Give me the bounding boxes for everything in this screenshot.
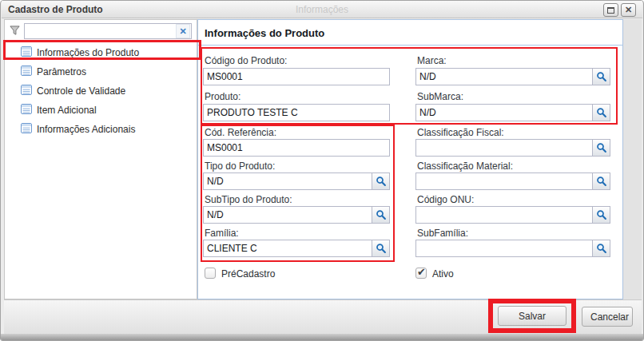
field-codigo-onu	[415, 206, 610, 224]
save-button[interactable]: Salvar	[498, 306, 566, 326]
close-icon: ✕	[625, 6, 632, 14]
lookup-search-icon[interactable]	[372, 207, 389, 223]
form-panel: Informações do Produto Código do Produto…	[197, 19, 623, 299]
sidebar-item-item-adicional[interactable]: Item Adicional	[5, 101, 197, 120]
sidebar-search-row: ✕	[5, 20, 197, 42]
sidebar-item-label: Informações Adicionais	[37, 124, 135, 135]
checkbox-label-precadastro: PréCadastro	[221, 268, 275, 280]
sidebar-item-informacoes-do-produto[interactable]: Informações do Produto	[5, 43, 197, 62]
field-input-marca[interactable]	[416, 69, 592, 85]
sidebar: ✕ Informações do ProdutoParâmetrosContro…	[4, 19, 197, 299]
field-input-familia[interactable]	[204, 240, 372, 256]
field-label-codigo-onu: Código ONU:	[417, 194, 474, 205]
field-input-codigo-onu[interactable]	[416, 207, 592, 223]
field-label-cod-referencia: Cód. Referência:	[205, 127, 276, 138]
field-input-tipo-do-produto[interactable]	[204, 173, 372, 189]
list-icon	[21, 123, 32, 136]
list-icon	[21, 65, 32, 78]
field-label-classificacao-material: Classificação Material:	[417, 161, 513, 172]
checkbox-precadastro[interactable]	[205, 268, 216, 279]
field-marca	[415, 68, 610, 85]
field-classificacao-material	[415, 172, 610, 190]
search-clear-icon[interactable]: ✕	[176, 24, 190, 38]
filter-funnel-icon	[9, 25, 21, 40]
list-icon	[21, 46, 32, 59]
field-familia	[203, 240, 390, 257]
maximize-button[interactable]	[603, 3, 618, 17]
lookup-search-icon[interactable]	[592, 207, 610, 223]
field-label-classificacao-fiscal: Classificação Fiscal:	[417, 127, 504, 138]
field-label-familia: Família:	[205, 228, 239, 239]
field-label-submarca: SubMarca:	[417, 91, 463, 102]
window-cadastro-de-produto: Cadastro de Produto Informações ✕ ✕ Info…	[0, 0, 644, 341]
field-label-subfamilia: SubFamília:	[417, 228, 468, 239]
sidebar-item-label: Parâmetros	[37, 66, 86, 77]
list-icon	[21, 104, 32, 117]
lookup-search-icon[interactable]	[592, 173, 610, 189]
list-icon	[21, 85, 32, 97]
cancel-button[interactable]: Cancelar	[582, 307, 633, 327]
field-label-marca: Marca:	[417, 55, 447, 66]
field-input-subtipo-do-produto[interactable]	[204, 207, 372, 223]
sidebar-item-controle-de-validade[interactable]: Controle de Validade	[5, 81, 197, 101]
field-classificacao-fiscal	[415, 139, 610, 157]
field-input-codigo-do-produto[interactable]	[204, 69, 389, 85]
sidebar-item-label: Informações do Produto	[37, 47, 139, 58]
footer-toolbar: Salvar Cancelar	[4, 299, 642, 335]
lookup-search-icon[interactable]	[592, 240, 610, 256]
field-tipo-do-produto	[203, 172, 390, 190]
field-input-produto[interactable]	[204, 105, 389, 121]
maximize-icon	[607, 7, 614, 14]
field-submarca	[415, 104, 610, 121]
title-bar[interactable]: Cadastro de Produto Informações ✕	[2, 1, 642, 18]
window-body: ✕ Informações do ProdutoParâmetrosContro…	[4, 19, 642, 335]
field-produto	[203, 104, 390, 121]
field-input-subfamilia[interactable]	[416, 240, 592, 256]
lookup-search-icon[interactable]	[592, 105, 610, 121]
field-cod-referencia	[203, 139, 390, 157]
field-subfamilia	[415, 240, 610, 257]
close-button[interactable]: ✕	[621, 3, 636, 17]
lookup-search-icon[interactable]	[372, 240, 389, 256]
field-label-produto: Produto:	[205, 91, 241, 102]
field-subtipo-do-produto	[203, 206, 390, 224]
lookup-search-icon[interactable]	[592, 69, 610, 85]
form-header-title: Informações do Produto	[198, 20, 622, 46]
field-input-submarca[interactable]	[416, 105, 592, 121]
field-label-subtipo-do-produto: SubTipo do Produto:	[205, 194, 292, 205]
checkbox-label-ativo: Ativo	[432, 268, 454, 280]
sidebar-item-label: Item Adicional	[37, 105, 97, 116]
sidebar-item-label: Controle de Validade	[37, 85, 125, 97]
annotation-box-save: Salvar	[488, 299, 576, 333]
field-input-classificacao-material[interactable]	[416, 173, 592, 189]
window-title: Cadastro de Produto	[2, 4, 103, 15]
lookup-search-icon[interactable]	[592, 140, 610, 156]
lookup-search-icon[interactable]	[372, 173, 389, 189]
sidebar-item-parametros[interactable]: Parâmetros	[5, 62, 197, 81]
sidebar-tree: Informações do ProdutoParâmetrosControle…	[5, 43, 197, 139]
field-label-codigo-do-produto: Código do Produto:	[205, 55, 287, 66]
window-bottom-edge	[1, 334, 643, 340]
checkbox-ativo[interactable]	[415, 268, 427, 279]
field-input-classificacao-fiscal[interactable]	[416, 140, 592, 156]
field-input-cod-referencia[interactable]	[204, 140, 389, 156]
sidebar-item-informacoes-adicionais[interactable]: Informações Adicionais	[5, 120, 197, 139]
sidebar-search-input[interactable]	[24, 23, 192, 39]
field-label-tipo-do-produto: Tipo do Produto:	[205, 161, 275, 172]
field-codigo-do-produto	[203, 68, 390, 85]
